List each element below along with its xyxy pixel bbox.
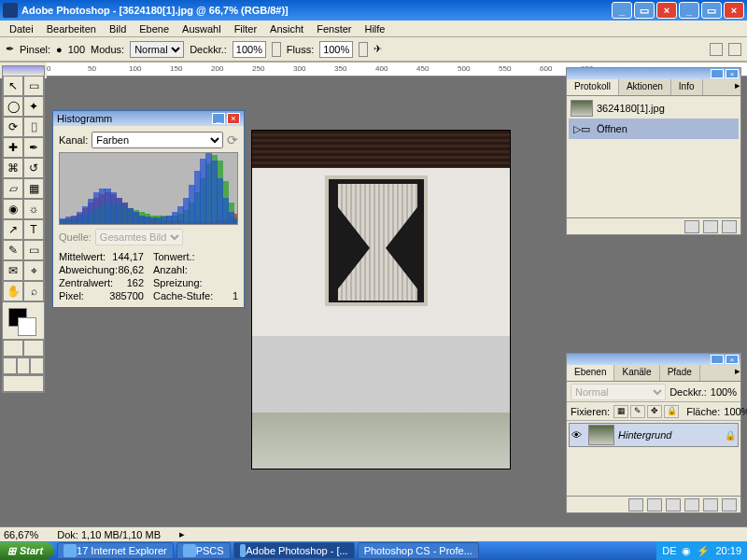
adjustment-layer-icon[interactable] <box>684 498 699 511</box>
menu-ebene[interactable]: Ebene <box>134 22 175 35</box>
slice-tool[interactable]: ⌷ <box>23 117 44 137</box>
menu-datei[interactable]: Datei <box>4 22 39 35</box>
new-snapshot-icon[interactable] <box>703 220 718 233</box>
minimize-button[interactable]: _ <box>612 2 632 19</box>
screen-mode-1-icon[interactable] <box>3 357 17 374</box>
blend-mode-select[interactable]: Normal <box>130 41 184 58</box>
layer-blend-select[interactable]: Normal <box>571 384 666 400</box>
doc-close-button[interactable]: × <box>724 2 744 19</box>
type-tool[interactable]: T <box>23 219 44 240</box>
new-layer-icon[interactable] <box>703 498 718 511</box>
stamp-tool[interactable]: ⌘ <box>3 158 23 178</box>
layers-menu-icon[interactable]: ▸ <box>735 365 740 381</box>
histogram-close-button[interactable]: × <box>227 113 240 124</box>
menu-auswahl[interactable]: Auswahl <box>176 22 227 35</box>
tab-ebenen[interactable]: Ebenen <box>567 365 614 381</box>
layer-opacity-value[interactable]: 100% <box>711 386 737 398</box>
jump-to-imageready-icon[interactable] <box>3 375 44 392</box>
lasso-tool[interactable]: ◯ <box>3 96 23 117</box>
history-snapshot[interactable]: 3624180[1].jpg <box>569 98 739 119</box>
doc-minimize-button[interactable]: _ <box>679 2 699 19</box>
menu-filter[interactable]: Filter <box>229 22 262 35</box>
task-ie[interactable]: 17 Internet Explorer <box>57 542 174 559</box>
file-browser-icon[interactable] <box>728 43 741 56</box>
layer-mask-icon[interactable] <box>647 498 662 511</box>
eraser-tool[interactable]: ▱ <box>3 178 23 199</box>
histogram-minimize-button[interactable]: _ <box>212 113 225 124</box>
history-minimize-button[interactable]: _ <box>711 69 724 78</box>
tab-pfade[interactable]: Pfade <box>660 365 700 381</box>
layer-row[interactable]: 👁 Hintergrund 🔒 <box>569 423 739 447</box>
menu-bild[interactable]: Bild <box>104 22 132 35</box>
opacity-arrow[interactable] <box>272 42 281 57</box>
flow-input[interactable] <box>319 41 353 58</box>
channel-select[interactable]: Farben <box>92 132 223 148</box>
lock-transparency-icon[interactable]: ▦ <box>613 405 628 418</box>
tab-protokoll[interactable]: Protokoll <box>567 79 619 95</box>
doc-size[interactable]: Dok: 1,10 MB/1,10 MB <box>57 529 161 540</box>
tray-icon-2[interactable]: ⚡ <box>697 545 710 557</box>
task-pscs[interactable]: PSCS <box>176 542 231 559</box>
blur-tool[interactable]: ◉ <box>3 199 23 219</box>
toolbox-header[interactable] <box>3 66 44 76</box>
marquee-tool[interactable]: ▭ <box>23 76 44 96</box>
trash-icon[interactable] <box>722 220 737 233</box>
close-button[interactable]: × <box>656 2 677 19</box>
eyedropper-tool[interactable]: ⌖ <box>23 260 44 281</box>
task-help[interactable]: Photoshop CS - Profe... <box>358 542 479 559</box>
hand-tool[interactable]: ✋ <box>3 281 23 301</box>
notes-tool[interactable]: ✉ <box>3 260 23 281</box>
airbrush-icon[interactable]: ✈ <box>374 43 382 55</box>
history-brush-tool[interactable]: ↺ <box>23 158 44 178</box>
move-tool[interactable]: ↖ <box>3 76 23 96</box>
tray-lang[interactable]: DE <box>662 545 676 556</box>
shape-tool[interactable]: ▭ <box>23 240 44 260</box>
palette-well-icon[interactable] <box>710 43 723 56</box>
lock-position-icon[interactable]: ✥ <box>647 405 662 418</box>
tray-clock[interactable]: 20:19 <box>715 545 741 556</box>
zoom-level[interactable]: 66,67% <box>4 529 38 540</box>
brush-tool[interactable]: ✒ <box>23 137 44 158</box>
new-document-icon[interactable] <box>684 220 699 233</box>
path-tool[interactable]: ↗ <box>3 219 23 240</box>
history-step[interactable]: ▷▭ Öffnen <box>569 119 739 139</box>
visibility-icon[interactable]: 👁 <box>571 429 585 441</box>
source-select[interactable]: Gesamtes Bild <box>95 229 183 245</box>
flow-arrow[interactable] <box>359 42 368 57</box>
layers-close-button[interactable]: × <box>726 355 739 364</box>
restore-button[interactable]: ▭ <box>634 2 655 19</box>
tray-icon-1[interactable]: ◉ <box>682 545 691 557</box>
layer-style-icon[interactable] <box>628 498 643 511</box>
standard-mode-icon[interactable] <box>3 340 23 357</box>
histogram-titlebar[interactable]: Histogramm _ × <box>53 111 244 126</box>
menu-hilfe[interactable]: Hilfe <box>359 22 390 35</box>
task-photoshop[interactable]: Adobe Photoshop - [... <box>233 542 355 559</box>
gradient-tool[interactable]: ▦ <box>23 178 44 199</box>
brush-preview[interactable]: ● <box>56 44 63 55</box>
panel-menu-icon[interactable]: ▸ <box>735 79 740 95</box>
healing-tool[interactable]: ✚ <box>3 137 23 158</box>
delete-layer-icon[interactable] <box>722 498 737 511</box>
lock-paint-icon[interactable]: ✎ <box>630 405 645 418</box>
start-button[interactable]: ⊞ Start <box>0 542 54 559</box>
tab-info[interactable]: Info <box>671 79 703 95</box>
zoom-tool[interactable]: ⌕ <box>23 281 44 301</box>
history-close-button[interactable]: × <box>726 69 739 78</box>
menu-fenster[interactable]: Fenster <box>311 22 357 35</box>
new-set-icon[interactable] <box>666 498 681 511</box>
opacity-input[interactable] <box>233 41 266 58</box>
menu-ansicht[interactable]: Ansicht <box>264 22 309 35</box>
refresh-icon[interactable]: ⟳ <box>227 133 238 147</box>
doc-restore-button[interactable]: ▭ <box>701 2 722 19</box>
layers-minimize-button[interactable]: _ <box>711 355 724 364</box>
document-canvas[interactable] <box>252 131 510 469</box>
screen-mode-3-icon[interactable] <box>30 357 44 374</box>
wand-tool[interactable]: ✦ <box>23 96 44 117</box>
brush-tool-icon[interactable]: ✒ <box>6 43 14 55</box>
tab-aktionen[interactable]: Aktionen <box>619 79 671 95</box>
crop-tool[interactable]: ⟳ <box>3 117 23 137</box>
statusbar-arrow-icon[interactable]: ▸ <box>179 528 185 540</box>
pen-tool[interactable]: ✎ <box>3 240 23 260</box>
screen-mode-2-icon[interactable] <box>17 357 31 374</box>
background-color[interactable] <box>18 317 36 336</box>
